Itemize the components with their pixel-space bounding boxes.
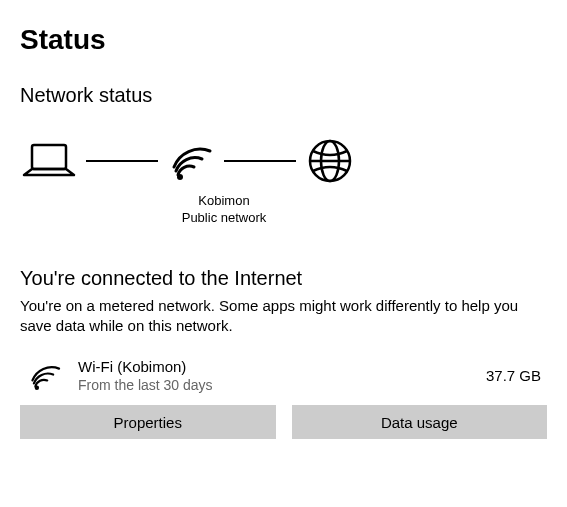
data-usage-button[interactable]: Data usage [292,405,548,439]
wifi-icon [168,141,214,181]
network-name-label: Kobimon [164,193,284,210]
connected-description: You're on a metered network. Some apps m… [20,296,547,337]
connection-subtext: From the last 30 days [78,377,486,393]
laptop-icon [22,141,76,181]
svg-point-5 [35,385,39,389]
connection-row: Wi-Fi (Kobimon) From the last 30 days 37… [28,358,547,393]
connection-name: Wi-Fi (Kobimon) [78,358,486,375]
network-diagram [22,137,547,185]
wifi-icon [28,361,68,391]
page-title: Status [20,24,547,56]
connector-line [224,160,296,162]
svg-rect-0 [32,145,66,169]
properties-button[interactable]: Properties [20,405,276,439]
svg-point-1 [177,174,183,180]
diagram-labels: Kobimon Public network [164,193,284,227]
connected-headline: You're connected to the Internet [20,267,547,290]
network-type-label: Public network [164,210,284,227]
connector-line [86,160,158,162]
globe-icon [306,137,354,185]
connection-usage: 37.7 GB [486,367,541,384]
section-title: Network status [20,84,547,107]
